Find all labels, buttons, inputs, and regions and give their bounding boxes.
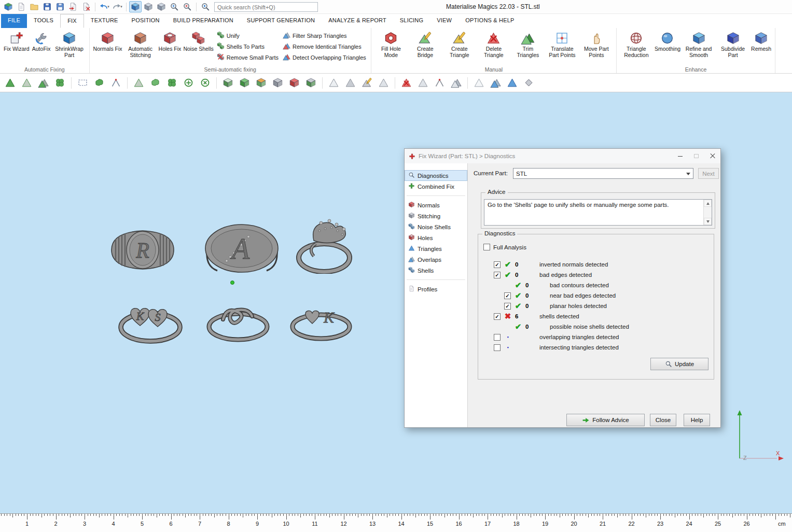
save-project-icon[interactable] — [41, 1, 53, 12]
tab-file[interactable]: FILE — [1, 14, 27, 28]
wizard-page-stitching[interactable]: Stitching — [405, 211, 467, 221]
ring-model-crown[interactable] — [292, 217, 360, 274]
overlapping-triangles-detected-checkbox[interactable] — [494, 334, 501, 341]
ring-model-hearts-ks[interactable]: K S — [117, 301, 184, 347]
ribbon-button-triangle-reduction[interactable]: Triangle Reduction — [619, 30, 654, 59]
ribbon-button-normals-fix[interactable]: Normals Fix — [92, 30, 123, 53]
circle-remove-tool-icon[interactable] — [198, 76, 212, 90]
triangle-poly-tool-icon[interactable] — [449, 76, 463, 90]
wizard-page-noise-shells[interactable]: Noise Shells — [405, 221, 467, 232]
cube-orange-tool-icon[interactable] — [254, 76, 268, 90]
ribbon-button-holes-fix[interactable]: Holes Fix — [158, 30, 183, 53]
ring-model-knot[interactable] — [205, 304, 271, 343]
mark-plane-tool-icon[interactable] — [36, 76, 50, 90]
wizard-page-combined-fix[interactable]: Combined Fix — [405, 181, 467, 192]
triangle-blue-tool-icon[interactable] — [505, 76, 519, 90]
ribbon-button-noise-shells[interactable]: Noise Shells — [182, 30, 214, 53]
update-button[interactable]: Update — [650, 358, 708, 370]
ribbon-button-unify[interactable]: Unify — [217, 31, 279, 40]
follow-advice-button[interactable]: Follow Advice — [566, 414, 645, 426]
tab-options-help[interactable]: OPTIONS & HELP — [458, 14, 521, 28]
tab-texture[interactable]: TEXTURE — [84, 14, 125, 28]
close-dialog-button[interactable]: Close — [650, 414, 676, 426]
ribbon-button-translate-part-points[interactable]: Translate Part Points — [545, 30, 579, 59]
mark-region-tool-icon[interactable] — [132, 76, 146, 90]
wizard-page-profiles[interactable]: Profiles — [405, 284, 467, 295]
ribbon-button-create-bridge[interactable]: Create Bridge — [408, 30, 442, 59]
intersecting-triangles-detected-checkbox[interactable] — [494, 344, 501, 351]
ribbon-button-remove-identical-triangles[interactable]: Remove Identical Triangles — [283, 42, 366, 51]
cube-red-tool-icon[interactable] — [287, 76, 301, 90]
view-home-button[interactable] — [129, 1, 142, 12]
ribbon-button-subdivide-part[interactable]: Subdivide Part — [716, 30, 750, 59]
search-part-button[interactable] — [199, 1, 212, 12]
current-part-select[interactable]: STL — [513, 168, 693, 179]
wizard-page-diagnostics[interactable]: Diagnostics — [405, 170, 467, 181]
advice-scrollbar[interactable] — [703, 200, 712, 225]
mark-shell-tool-icon[interactable] — [53, 76, 67, 90]
export-part-icon[interactable] — [80, 1, 92, 12]
ribbon-button-delete-triangle[interactable]: Delete Triangle — [477, 30, 511, 59]
ribbon-button-refine-and-smooth[interactable]: Refine and Smooth — [682, 30, 716, 59]
diamond-tool-icon[interactable] — [522, 76, 536, 90]
ribbon-button-shells-to-parts[interactable]: Shells To Parts — [217, 42, 279, 51]
triangle-blue-pair-tool-icon[interactable] — [489, 76, 503, 90]
triangle-angle-tool-icon[interactable] — [433, 76, 447, 90]
tab-position[interactable]: POSITION — [125, 14, 166, 28]
inverted-normals-detected-checkbox[interactable]: ✓ — [494, 261, 501, 268]
tab-tools[interactable]: TOOLS — [27, 14, 60, 28]
import-part-icon[interactable] — [67, 1, 79, 12]
clover-select-tool-icon[interactable] — [165, 76, 179, 90]
scroll-up-icon[interactable] — [704, 200, 712, 207]
ring-model-signet-a[interactable]: A — [204, 223, 280, 276]
view-front-button[interactable] — [155, 1, 168, 12]
tab-fix[interactable]: FIX — [60, 14, 84, 28]
ribbon-button-smoothing[interactable]: Smoothing — [654, 30, 682, 53]
next-button[interactable]: Next — [698, 168, 719, 179]
ribbon-button-automatic-stitching[interactable]: Automatic Stitching — [123, 30, 158, 59]
circle-add-tool-icon[interactable] — [182, 76, 196, 90]
triangle-delete-tool-icon[interactable] — [399, 76, 413, 90]
tab-view[interactable]: VIEW — [430, 14, 458, 28]
tab-analyze-report[interactable]: ANALYZE & REPORT — [322, 14, 393, 28]
triangle-shade-tool-icon[interactable] — [343, 76, 357, 90]
freeform-select-tool-icon[interactable] — [92, 76, 106, 90]
shells-detected-checkbox[interactable]: ✓ — [494, 313, 501, 320]
dialog-titlebar[interactable]: Fix Wizard (Part: STL) > Diagnostics — [405, 149, 720, 163]
ribbon-button-filter-sharp-triangles[interactable]: Filter Sharp Triangles — [283, 31, 366, 40]
ribbon-button-fill-hole-mode[interactable]: Fill Hole Mode — [374, 30, 408, 59]
triangle-view-tool-icon[interactable] — [327, 76, 341, 90]
quick-search-input[interactable] — [214, 2, 318, 12]
scroll-down-icon[interactable] — [704, 218, 712, 225]
tab-build-preparation[interactable]: BUILD PREPARATION — [166, 14, 240, 28]
redo-button[interactable]: ▾ — [111, 1, 123, 12]
triangle-measure-tool-icon[interactable] — [416, 76, 430, 90]
ribbon-button-remove-small-parts[interactable]: Remove Small Parts — [217, 53, 279, 62]
ribbon-button-detect-overlapping-triangles[interactable]: Detect Overlapping Triangles — [283, 53, 366, 62]
triangle-small-tool-icon[interactable] — [377, 76, 391, 90]
mark-triangle-green-tool-icon[interactable] — [3, 76, 17, 90]
triangle-edit-tool-icon[interactable] — [360, 76, 374, 90]
ribbon-button-shrinkwrap-part[interactable]: ShrinkWrap Part — [52, 30, 87, 59]
tab-support-generation[interactable]: SUPPORT GENERATION — [240, 14, 322, 28]
close-button[interactable] — [704, 149, 720, 163]
ribbon-button-trim-triangles[interactable]: Trim Triangles — [511, 30, 545, 59]
ring-model-signet-r[interactable]: R — [106, 224, 179, 276]
undo-button[interactable]: ▾ — [98, 1, 110, 12]
wizard-page-overlaps[interactable]: Overlaps — [405, 254, 467, 265]
rectangle-select-tool-icon[interactable] — [76, 76, 90, 90]
save-part-icon[interactable] — [54, 1, 66, 12]
cube-gray-tool-icon[interactable] — [271, 76, 285, 90]
open-project-icon[interactable] — [28, 1, 40, 12]
wizard-page-normals[interactable]: Normals — [405, 200, 467, 211]
tab-slicing[interactable]: SLICING — [393, 14, 430, 28]
bad-edges-detected-checkbox[interactable]: ✓ — [494, 272, 501, 278]
wizard-page-triangles[interactable]: Triangles — [405, 243, 467, 254]
full-analysis-row[interactable]: Full Analysis — [483, 244, 526, 250]
zoom-selection-button[interactable] — [181, 1, 193, 12]
triangle-white-tool-icon[interactable] — [472, 76, 486, 90]
ribbon-button-create-triangle[interactable]: Create Triangle — [442, 30, 477, 59]
mark-triangle-tool-icon[interactable] — [20, 76, 34, 90]
near-bad-edges-detected-checkbox[interactable]: ✓ — [504, 292, 511, 299]
wizard-page-holes[interactable]: Holes — [405, 232, 467, 243]
